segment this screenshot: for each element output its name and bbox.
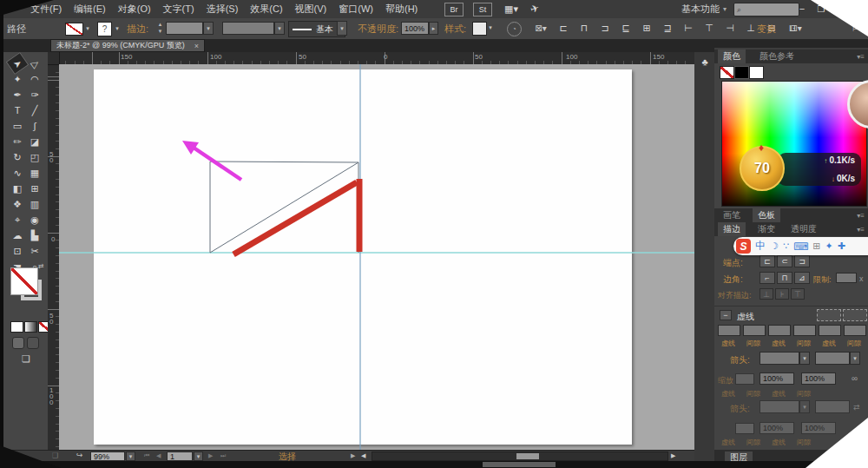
- arrow-scale-end-input[interactable]: 100%: [801, 372, 836, 385]
- profile-mini-input[interactable]: [735, 373, 754, 385]
- ime-lang-icon[interactable]: 中: [755, 239, 766, 254]
- menu-object[interactable]: 对象(O): [118, 3, 151, 16]
- corner-bevel-button[interactable]: ⊿: [794, 272, 810, 284]
- artboard-tool[interactable]: ⊡: [10, 244, 25, 258]
- blend-tool[interactable]: ◉: [27, 213, 43, 227]
- menu-view[interactable]: 视图(V): [295, 3, 327, 16]
- horizontal-ruler[interactable]: 150 100 50 0 50 100 150: [48, 52, 694, 65]
- next-artboard-icon[interactable]: ▶: [208, 452, 213, 459]
- panel-menu-icon[interactable]: ▾≡: [857, 53, 865, 61]
- ime-toolbox-icon[interactable]: ⊞: [812, 241, 820, 252]
- prev-artboard-icon[interactable]: ◀: [156, 452, 161, 459]
- gap-input-2[interactable]: [793, 325, 816, 336]
- draw-behind-button[interactable]: [27, 337, 39, 349]
- distribute-top-icon[interactable]: ⊢: [681, 21, 696, 35]
- status-expand-icon[interactable]: ▶: [351, 452, 355, 459]
- gap-input-3[interactable]: [844, 325, 866, 336]
- horizontal-scrollbar[interactable]: [372, 452, 668, 461]
- color-spectrum[interactable]: [721, 81, 867, 207]
- eyedropper-tool[interactable]: ⌖: [10, 213, 25, 227]
- limit-input[interactable]: [836, 273, 857, 283]
- scale-start-input-ghost[interactable]: 100%: [760, 422, 794, 434]
- menu-select[interactable]: 选择(S): [207, 3, 239, 16]
- line-segment-tool[interactable]: ╱: [27, 103, 43, 117]
- transform-link[interactable]: 变换: [757, 23, 776, 36]
- document-setup-icon[interactable]: ◔: [507, 22, 522, 36]
- ime-dots-icon[interactable]: ∵: [783, 241, 789, 252]
- cap-butt-button[interactable]: ⊏: [760, 255, 775, 267]
- arrowhead-start-dd[interactable]: ▾: [799, 352, 810, 365]
- draw-normal-button[interactable]: [12, 337, 24, 349]
- width-tool[interactable]: ∿: [10, 166, 25, 180]
- fill-proxy-swatch[interactable]: [10, 267, 38, 295]
- shape-builder-tool[interactable]: ◧: [10, 181, 25, 195]
- panel-menu-icon[interactable]: ▾≡: [857, 226, 865, 234]
- arrange-documents-icon[interactable]: ▦▾: [502, 3, 521, 15]
- menu-window[interactable]: 窗口(W): [339, 3, 373, 16]
- artboard-number-dd[interactable]: ▾: [194, 452, 203, 461]
- width-profile-select[interactable]: [222, 22, 274, 35]
- cap-round-button[interactable]: ⊂: [777, 255, 792, 267]
- rotate-tool[interactable]: ↻: [10, 150, 25, 164]
- arrowhead-end-dd[interactable]: ▾: [850, 352, 860, 365]
- paintbrush-tool[interactable]: ∫: [27, 119, 43, 133]
- tab-swatches[interactable]: 色板: [753, 208, 780, 222]
- dash-align-button[interactable]: [843, 309, 867, 321]
- export-icon[interactable]: ↪: [76, 451, 83, 459]
- pencil-tool[interactable]: ✏: [10, 135, 25, 148]
- dash-input-3[interactable]: [819, 325, 841, 336]
- direct-selection-tool[interactable]: ▷: [24, 53, 45, 73]
- hscroll-thumb[interactable]: [516, 453, 539, 459]
- stroke-weight-input[interactable]: [166, 22, 203, 35]
- link-scale-icon[interactable]: ∞: [852, 373, 858, 383]
- pen-tool[interactable]: ✒: [10, 88, 25, 102]
- last-artboard-icon[interactable]: ⏭: [220, 452, 226, 459]
- lasso-tool[interactable]: ◠: [27, 72, 43, 86]
- ime-skin-icon[interactable]: ✦: [825, 241, 832, 252]
- zoom-level-dd[interactable]: ▾: [126, 452, 135, 461]
- stroke-color-swatch[interactable]: ?: [97, 22, 112, 36]
- stroke-weight-stepper[interactable]: ▲▼: [156, 21, 164, 36]
- artwork-layer[interactable]: [59, 64, 694, 450]
- tab-color-guide[interactable]: 颜色参考: [754, 49, 799, 63]
- perspective-grid-tool[interactable]: ⊞: [27, 181, 43, 195]
- gradient-tool[interactable]: ▥: [27, 197, 43, 211]
- dashed-line-checkbox[interactable]: −: [720, 310, 732, 320]
- artboard-number-input[interactable]: 1: [167, 452, 193, 461]
- opacity-input[interactable]: 100%: [401, 22, 429, 35]
- stroke-dropdown-icon[interactable]: ▾: [113, 23, 122, 34]
- stock-button[interactable]: St: [473, 3, 492, 16]
- brush-definition-dd[interactable]: ▾: [337, 21, 347, 36]
- tab-color[interactable]: 颜色: [718, 49, 746, 63]
- align-vertical-center-icon[interactable]: ⊞: [639, 21, 654, 35]
- color-mode-button[interactable]: [10, 321, 23, 333]
- speed-badge[interactable]: 70 ♦: [740, 146, 785, 191]
- corner-miter-button[interactable]: ⌐: [760, 272, 775, 284]
- menu-edit[interactable]: 编辑(E): [74, 3, 106, 16]
- white-swatch[interactable]: [749, 66, 764, 79]
- align-vertical-top-icon[interactable]: ⊑: [618, 21, 634, 35]
- search-box[interactable]: ⌕: [733, 3, 799, 16]
- ime-wrench-icon[interactable]: ✚: [838, 241, 845, 252]
- black-swatch[interactable]: [734, 66, 749, 79]
- tab-brushes[interactable]: 画笔: [718, 208, 746, 222]
- gradient-mode-button[interactable]: [24, 321, 37, 333]
- arrowhead-end-select-ghost[interactable]: [815, 400, 850, 413]
- vertical-ruler[interactable]: 50 0 50 100: [48, 64, 60, 450]
- magic-wand-tool[interactable]: ✦: [10, 72, 25, 86]
- menu-type[interactable]: 文字(T): [163, 3, 194, 16]
- align-stroke-center-button[interactable]: ⊥: [760, 288, 773, 300]
- arrowhead-start-select[interactable]: [760, 352, 799, 365]
- arrow-scale-start-input[interactable]: 100%: [760, 372, 794, 385]
- align-to-selection-icon[interactable]: ⊡▾: [786, 22, 806, 35]
- ime-moon-icon[interactable]: ☽: [770, 241, 779, 252]
- arrowhead-end-select[interactable]: [815, 352, 850, 365]
- ruler-origin[interactable]: [48, 52, 60, 65]
- align-stroke-outside-button[interactable]: ⊤: [791, 288, 805, 300]
- isolate-icon[interactable]: ⊠▾: [531, 22, 550, 35]
- style-dd[interactable]: ▾: [486, 22, 495, 34]
- menu-effect[interactable]: 效果(C): [250, 3, 282, 16]
- mesh-tool[interactable]: ❖: [10, 197, 25, 211]
- align-horizontal-center-icon[interactable]: ⊓: [576, 21, 592, 35]
- corner-round-button[interactable]: ⊓: [777, 272, 792, 284]
